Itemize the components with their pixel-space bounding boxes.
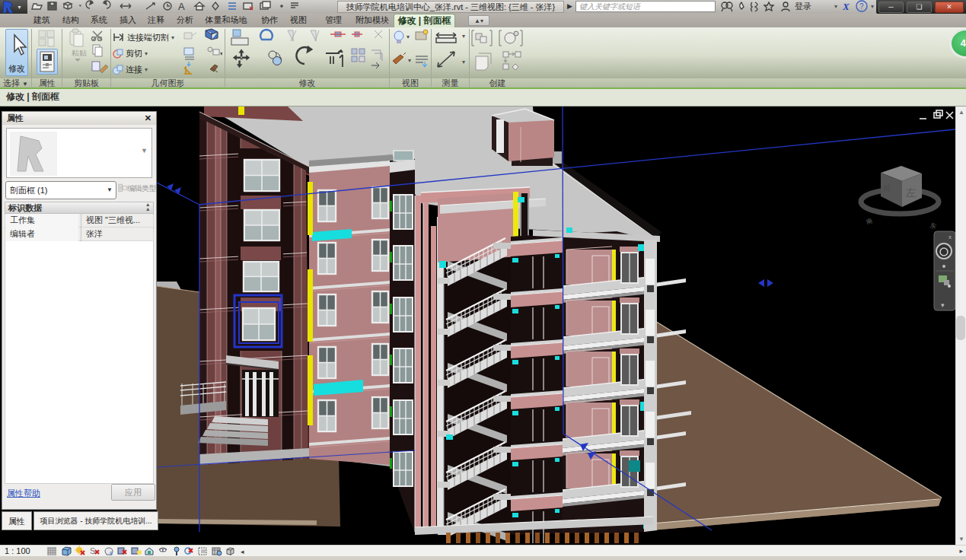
svg-text:▾: ▾ — [406, 33, 410, 40]
svg-text:左: 左 — [905, 186, 917, 199]
svg-text:▾: ▾ — [871, 3, 874, 10]
svg-text:A: A — [178, 1, 185, 12]
svg-text:◂: ◂ — [241, 548, 244, 555]
svg-text:▾: ▾ — [408, 57, 411, 64]
svg-text:?: ? — [859, 2, 864, 11]
svg-text:▾: ▾ — [941, 301, 945, 309]
svg-text:前: 前 — [883, 184, 891, 192]
svg-text:x: x — [948, 234, 952, 240]
svg-text:▾: ▾ — [462, 33, 465, 40]
svg-text:登录: 登录 — [795, 2, 811, 11]
svg-text:S: S — [90, 546, 95, 555]
svg-text:▾: ▾ — [834, 3, 837, 10]
svg-text:粘贴: 粘贴 — [72, 49, 87, 57]
svg-text:X: X — [842, 1, 850, 12]
svg-text:▾: ▾ — [220, 50, 222, 57]
svg-text:▾: ▾ — [462, 59, 465, 65]
svg-text:9: 9 — [110, 551, 113, 556]
